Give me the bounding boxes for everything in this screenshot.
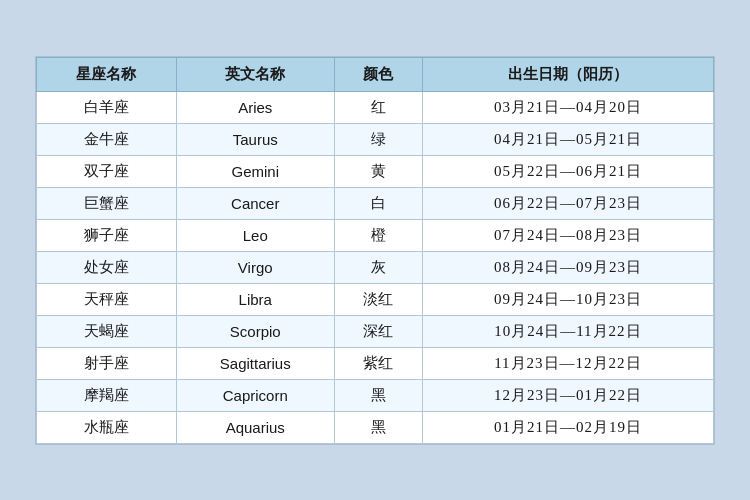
cell-chinese-name: 天蝎座 bbox=[37, 315, 177, 347]
cell-date: 06月22日—07月23日 bbox=[422, 187, 713, 219]
table-row: 摩羯座Capricorn黑12月23日—01月22日 bbox=[37, 379, 714, 411]
cell-color: 黑 bbox=[334, 411, 422, 443]
zodiac-table: 星座名称 英文名称 颜色 出生日期（阳历） 白羊座Aries红03月21日—04… bbox=[36, 57, 714, 444]
header-color: 颜色 bbox=[334, 57, 422, 91]
header-english-name: 英文名称 bbox=[176, 57, 334, 91]
cell-color: 白 bbox=[334, 187, 422, 219]
cell-english-name: Sagittarius bbox=[176, 347, 334, 379]
table-row: 射手座Sagittarius紫红11月23日—12月22日 bbox=[37, 347, 714, 379]
cell-date: 09月24日—10月23日 bbox=[422, 283, 713, 315]
table-row: 金牛座Taurus绿04月21日—05月21日 bbox=[37, 123, 714, 155]
cell-color: 紫红 bbox=[334, 347, 422, 379]
cell-color: 绿 bbox=[334, 123, 422, 155]
cell-chinese-name: 金牛座 bbox=[37, 123, 177, 155]
cell-date: 05月22日—06月21日 bbox=[422, 155, 713, 187]
table-row: 巨蟹座Cancer白06月22日—07月23日 bbox=[37, 187, 714, 219]
header-chinese-name: 星座名称 bbox=[37, 57, 177, 91]
cell-english-name: Capricorn bbox=[176, 379, 334, 411]
cell-chinese-name: 摩羯座 bbox=[37, 379, 177, 411]
cell-chinese-name: 巨蟹座 bbox=[37, 187, 177, 219]
cell-chinese-name: 天秤座 bbox=[37, 283, 177, 315]
cell-chinese-name: 白羊座 bbox=[37, 91, 177, 123]
cell-chinese-name: 狮子座 bbox=[37, 219, 177, 251]
cell-chinese-name: 水瓶座 bbox=[37, 411, 177, 443]
cell-english-name: Libra bbox=[176, 283, 334, 315]
cell-date: 11月23日—12月22日 bbox=[422, 347, 713, 379]
cell-chinese-name: 双子座 bbox=[37, 155, 177, 187]
cell-color: 橙 bbox=[334, 219, 422, 251]
table-row: 狮子座Leo橙07月24日—08月23日 bbox=[37, 219, 714, 251]
cell-english-name: Cancer bbox=[176, 187, 334, 219]
table-row: 处女座Virgo灰08月24日—09月23日 bbox=[37, 251, 714, 283]
cell-date: 01月21日—02月19日 bbox=[422, 411, 713, 443]
cell-color: 深红 bbox=[334, 315, 422, 347]
cell-date: 04月21日—05月21日 bbox=[422, 123, 713, 155]
table-row: 双子座Gemini黄05月22日—06月21日 bbox=[37, 155, 714, 187]
cell-chinese-name: 射手座 bbox=[37, 347, 177, 379]
cell-color: 黑 bbox=[334, 379, 422, 411]
table-row: 天蝎座Scorpio深红10月24日—11月22日 bbox=[37, 315, 714, 347]
cell-english-name: Scorpio bbox=[176, 315, 334, 347]
table-row: 天秤座Libra淡红09月24日—10月23日 bbox=[37, 283, 714, 315]
table-row: 白羊座Aries红03月21日—04月20日 bbox=[37, 91, 714, 123]
cell-color: 红 bbox=[334, 91, 422, 123]
table-header-row: 星座名称 英文名称 颜色 出生日期（阳历） bbox=[37, 57, 714, 91]
cell-date: 12月23日—01月22日 bbox=[422, 379, 713, 411]
table-row: 水瓶座Aquarius黑01月21日—02月19日 bbox=[37, 411, 714, 443]
cell-date: 10月24日—11月22日 bbox=[422, 315, 713, 347]
cell-color: 淡红 bbox=[334, 283, 422, 315]
cell-english-name: Taurus bbox=[176, 123, 334, 155]
cell-date: 07月24日—08月23日 bbox=[422, 219, 713, 251]
cell-color: 灰 bbox=[334, 251, 422, 283]
cell-english-name: Virgo bbox=[176, 251, 334, 283]
cell-date: 03月21日—04月20日 bbox=[422, 91, 713, 123]
cell-chinese-name: 处女座 bbox=[37, 251, 177, 283]
header-date: 出生日期（阳历） bbox=[422, 57, 713, 91]
cell-english-name: Aries bbox=[176, 91, 334, 123]
table-body: 白羊座Aries红03月21日—04月20日金牛座Taurus绿04月21日—0… bbox=[37, 91, 714, 443]
cell-date: 08月24日—09月23日 bbox=[422, 251, 713, 283]
cell-english-name: Gemini bbox=[176, 155, 334, 187]
cell-english-name: Leo bbox=[176, 219, 334, 251]
zodiac-table-container: 星座名称 英文名称 颜色 出生日期（阳历） 白羊座Aries红03月21日—04… bbox=[35, 56, 715, 445]
cell-english-name: Aquarius bbox=[176, 411, 334, 443]
cell-color: 黄 bbox=[334, 155, 422, 187]
